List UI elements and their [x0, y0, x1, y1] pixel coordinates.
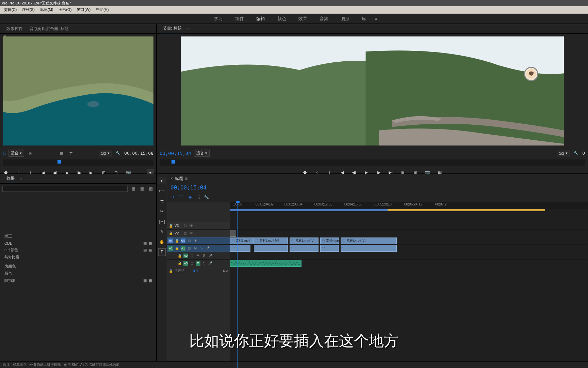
menu-clip[interactable]: 剪辑(C) [1, 6, 19, 14]
sync-icon[interactable]: ⊡ [183, 231, 187, 236]
clip-video[interactable]: ⬚ 素材3.mp4 [V] [290, 237, 318, 244]
track-a2-lane[interactable] [230, 252, 588, 260]
master-track-header[interactable]: 🔒 主声道 0.0 ⊳⊲ [167, 267, 230, 275]
program-right-tc[interactable]: 0 [582, 151, 585, 156]
clip-audio[interactable]: ⬚ [230, 245, 250, 252]
sync-icon[interactable]: ⊡ [183, 224, 187, 228]
clip-video[interactable]: ⬚ 素材2.mp4 [V] [254, 237, 288, 244]
program-zoom-dropdown[interactable]: 适合▾ [194, 150, 210, 157]
clip-audio-waveform[interactable] [230, 260, 301, 267]
track-v1-lane[interactable]: ⬚ 素材1.mp4 ⬚ 素材2.mp4 [V] ⬚ 素材3.mp4 [V] ⬚ … [230, 237, 588, 245]
ws-color[interactable]: 颜色 [271, 14, 292, 24]
menu-graphics[interactable]: 图形(G) [56, 6, 74, 14]
source-right-tc[interactable]: 00;00;15;08 [124, 151, 153, 156]
master-level[interactable]: 0.0 [193, 269, 198, 273]
lock-icon[interactable]: 🔒 [175, 246, 179, 251]
clip-video[interactable]: ⬚ 素材4.mp4 [320, 237, 339, 244]
mute-icon[interactable]: M [196, 254, 200, 258]
track-a2-header[interactable]: 🔒 A2 ⊡ M S 🎤 [167, 252, 230, 260]
clip-video[interactable]: ⬚ 素材1.mp4 [230, 237, 254, 244]
lock-icon[interactable]: 🔒 [177, 254, 182, 258]
track-v2-lane[interactable]: ⬚ [230, 230, 588, 237]
tab-program[interactable]: 节目: 标题 [160, 24, 185, 33]
ws-effects[interactable]: 效果 [292, 14, 313, 24]
ws-overflow-icon[interactable]: » [372, 15, 380, 22]
clip-video[interactable]: ⬚ 素材5.mp4 [V] [341, 237, 397, 244]
tab-effects[interactable]: 效果 [3, 174, 18, 183]
program-wrench-icon[interactable]: 🔧 [573, 150, 579, 156]
tab-effect-controls[interactable]: 效果控件 [3, 25, 26, 33]
fx-badge2-icon[interactable]: ▦ [138, 186, 145, 192]
track-a1-header[interactable]: A1 🔒 A1 ⊡ M S 🎤 [167, 245, 230, 252]
clip-audio[interactable]: ⬚ [290, 245, 318, 252]
fx-badge3-icon[interactable]: ▦ [147, 186, 154, 192]
solo-icon[interactable]: S [202, 254, 207, 258]
mute-icon[interactable]: M [193, 246, 198, 251]
panel-menu-icon[interactable]: ≡ [4, 34, 6, 39]
program-menu-icon[interactable]: ≡ [187, 27, 190, 31]
type-tool-icon[interactable]: T [158, 248, 166, 256]
settings-icon[interactable]: ⬚ [195, 194, 201, 200]
sync-icon[interactable]: ⊡ [190, 261, 194, 266]
lock-icon[interactable]: 🔒 [177, 261, 182, 266]
program-res-dropdown[interactable]: 1/2▾ [557, 150, 570, 156]
lock-icon[interactable]: 🔒 [175, 239, 179, 243]
menu-marker[interactable]: 标记(M) [37, 6, 56, 14]
wrench-icon[interactable]: 🔧 [203, 194, 209, 200]
ripple-tool-icon[interactable]: ⇆ [158, 197, 166, 205]
clip-audio[interactable]: ⬚ [320, 245, 339, 252]
razor-tool-icon[interactable]: ✂ [158, 208, 166, 215]
track-a1-lane[interactable]: ⬚ ⬚ ⬚ ⬚ ⬚ [230, 245, 588, 252]
tab-audio-mixer[interactable]: 音频剪辑混合器: 标题 [26, 25, 72, 33]
mic-icon[interactable]: 🎤 [208, 261, 213, 266]
time-ruler[interactable]: ;00;00 00;01;04;02 00;02;08;04 00;03;12;… [230, 202, 588, 209]
v1-target[interactable]: V1 [181, 239, 185, 243]
track-a3-lane[interactable] [230, 260, 588, 267]
track-select-tool-icon[interactable]: ⟼ [158, 187, 166, 195]
mic-icon[interactable]: 🎤 [208, 254, 213, 258]
eye-icon[interactable]: 👁 [193, 239, 198, 243]
source-left-tc[interactable]: 5 [3, 151, 6, 156]
source-res-dropdown[interactable]: 1/2▾ [99, 150, 112, 156]
source-vr-icon[interactable]: ▦ [58, 150, 65, 156]
v1-source-target[interactable]: V1 [168, 239, 173, 243]
source-wrench-icon[interactable]: 🔧 [115, 150, 121, 156]
hand-tool-icon[interactable]: ✋ [158, 238, 166, 246]
sync-icon[interactable]: ⊡ [187, 239, 192, 243]
clip-audio[interactable]: ⬚ [341, 245, 397, 252]
ws-editing[interactable]: 编辑 [250, 14, 271, 24]
a1-source-target[interactable]: A1 [168, 246, 173, 251]
eye-icon[interactable]: 👁 [189, 231, 194, 236]
selection-tool-icon[interactable]: ▸ [158, 177, 166, 184]
ws-graphics[interactable]: 图形 [334, 14, 356, 24]
menu-window[interactable]: 窗口(W) [74, 6, 93, 14]
effects-menu-icon[interactable]: ≡ [20, 177, 22, 181]
track-v1-header[interactable]: V1 🔒 V1 ⊡ 👁 [167, 237, 230, 245]
menu-sequence[interactable]: 序列(S) [19, 6, 37, 14]
work-area-bar[interactable] [230, 209, 545, 211]
timeline-close-icon[interactable]: × [170, 176, 173, 181]
menu-help[interactable]: 帮助(H) [93, 6, 111, 14]
lock-icon[interactable]: 🔒 [168, 231, 173, 236]
mic-icon[interactable]: 🎤 [205, 246, 210, 251]
marker-add-icon[interactable]: ◈ [187, 194, 193, 200]
a3-target[interactable]: A3 [183, 261, 188, 266]
source-viewer[interactable] [3, 36, 153, 145]
source-zoom-dropdown[interactable]: 适合▾ [9, 150, 24, 157]
program-viewer[interactable] [181, 36, 564, 145]
lock-icon[interactable]: 🔒 [168, 224, 173, 228]
mute-icon[interactable]: M [196, 261, 200, 266]
track-v2-header[interactable]: 🔒 V2 ⊡ 👁 [167, 230, 230, 237]
snap-icon[interactable]: ⫰ [170, 194, 177, 200]
solo-icon[interactable]: S [202, 261, 207, 266]
track-v3-header[interactable]: 🔒 V3 ⊡ 👁 [167, 222, 230, 230]
sync-icon[interactable]: ⊡ [190, 254, 194, 258]
source-compare-icon[interactable]: ⇄ [68, 150, 75, 156]
link-icon[interactable]: ⌒ [179, 194, 185, 200]
ws-assembly[interactable]: 组件 [229, 14, 250, 24]
sync-icon[interactable]: ⊡ [187, 246, 192, 251]
eye-icon[interactable]: 👁 [189, 224, 194, 228]
timeline-menu-icon[interactable]: ≡ [185, 176, 187, 181]
source-scrubber[interactable] [3, 159, 153, 166]
slip-tool-icon[interactable]: |↔| [158, 218, 166, 225]
